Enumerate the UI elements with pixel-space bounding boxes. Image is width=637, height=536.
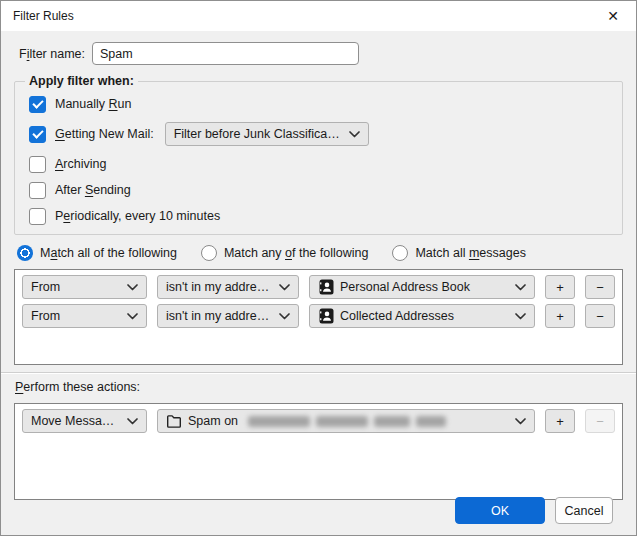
criteria-row: From isn't in my address b… Collected Ad… — [22, 304, 615, 328]
condition-dropdown[interactable]: isn't in my address b… — [157, 304, 299, 328]
chevron-down-icon — [515, 313, 526, 320]
junk-classification-value: Filter before Junk Classification — [174, 127, 343, 141]
dialog-footer: OK Cancel — [455, 497, 613, 524]
field-value: From — [31, 309, 121, 323]
address-book-icon — [318, 308, 334, 324]
action-row: Move Message to Spam on + − — [22, 409, 615, 433]
field-dropdown[interactable]: From — [22, 304, 147, 328]
perform-actions-label: Perform these actions: — [15, 380, 636, 394]
chevron-down-icon — [515, 418, 526, 425]
add-criterion-button[interactable]: + — [545, 304, 575, 328]
ok-button[interactable]: OK — [455, 497, 545, 524]
chevron-down-icon — [127, 313, 138, 320]
redacted-server-name — [248, 416, 446, 427]
getting-new-mail-label: Getting New Mail: — [55, 127, 154, 141]
section-divider — [1, 372, 636, 374]
criteria-row: From isn't in my address b… Personal Add… — [22, 275, 615, 299]
target-folder-text: Spam on — [188, 414, 238, 428]
manually-run-checkbox[interactable] — [29, 96, 46, 113]
checkbox-row-after-sending: After Sending — [29, 181, 614, 199]
field-dropdown[interactable]: From — [22, 275, 147, 299]
condition-value: isn't in my address b… — [166, 280, 273, 294]
periodically-label: Periodically, every 10 minutes — [55, 209, 220, 223]
radio-button[interactable] — [201, 245, 217, 261]
radio-match-all-following[interactable]: Match all of the following — [17, 245, 177, 261]
close-icon[interactable]: ✕ — [590, 1, 636, 31]
getting-new-mail-checkbox[interactable] — [29, 126, 46, 143]
chevron-down-icon — [279, 313, 290, 320]
manually-run-label: Manually Run — [55, 97, 131, 111]
after-sending-label: After Sending — [55, 183, 131, 197]
remove-criterion-button[interactable]: − — [585, 304, 615, 328]
archiving-label: Archiving — [55, 157, 106, 171]
checkbox-row-periodically: Periodically, every 10 minutes — [29, 207, 614, 225]
remove-action-button: − — [585, 409, 615, 433]
match-mode-row: Match all of the following Match any of … — [17, 245, 622, 261]
apply-filter-when-group: Apply filter when: Manually Run Getting … — [14, 74, 623, 235]
filter-rules-dialog: Filter Rules ✕ Filter name: Apply filter… — [0, 0, 637, 536]
junk-classification-dropdown[interactable]: Filter before Junk Classification — [165, 122, 369, 146]
chevron-down-icon — [279, 284, 290, 291]
cancel-button[interactable]: Cancel — [555, 497, 613, 524]
radio-button[interactable] — [17, 245, 33, 261]
checkbox-row-manually-run: Manually Run — [29, 95, 614, 113]
chevron-down-icon — [127, 284, 138, 291]
target-folder-dropdown[interactable]: Spam on — [157, 409, 535, 433]
radio-button[interactable] — [392, 245, 408, 261]
field-value: From — [31, 280, 121, 294]
value-text: Personal Address Book — [340, 280, 509, 294]
filter-name-label: Filter name: — [19, 47, 85, 61]
window-title: Filter Rules — [1, 9, 590, 23]
chevron-down-icon — [127, 418, 138, 425]
value-dropdown[interactable]: Personal Address Book — [309, 275, 535, 299]
condition-value: isn't in my address b… — [166, 309, 273, 323]
value-text: Collected Addresses — [340, 309, 509, 323]
folder-icon — [166, 413, 182, 429]
archiving-checkbox[interactable] — [29, 156, 46, 173]
titlebar: Filter Rules ✕ — [1, 1, 636, 31]
radio-match-any-following[interactable]: Match any of the following — [201, 245, 369, 261]
address-book-icon — [318, 279, 334, 295]
after-sending-checkbox[interactable] — [29, 182, 46, 199]
apply-filter-when-legend: Apply filter when: — [25, 74, 138, 88]
search-criteria-list: From isn't in my address b… Personal Add… — [14, 269, 623, 365]
remove-criterion-button[interactable]: − — [585, 275, 615, 299]
condition-dropdown[interactable]: isn't in my address b… — [157, 275, 299, 299]
add-criterion-button[interactable]: + — [545, 275, 575, 299]
action-value: Move Message to — [31, 414, 121, 428]
chevron-down-icon — [515, 284, 526, 291]
periodically-checkbox[interactable] — [29, 208, 46, 225]
radio-match-all-messages[interactable]: Match all messages — [392, 245, 525, 261]
filter-actions-list: Move Message to Spam on + − — [14, 403, 623, 500]
checkbox-row-getting-new-mail: Getting New Mail: Filter before Junk Cla… — [29, 121, 614, 147]
checkbox-row-archiving: Archiving — [29, 155, 614, 173]
filter-name-row: Filter name: — [19, 42, 622, 65]
action-dropdown[interactable]: Move Message to — [22, 409, 147, 433]
add-action-button[interactable]: + — [545, 409, 575, 433]
value-dropdown[interactable]: Collected Addresses — [309, 304, 535, 328]
chevron-down-icon — [349, 131, 360, 138]
radio-label: Match any of the following — [224, 246, 369, 260]
radio-label: Match all of the following — [40, 246, 177, 260]
radio-label: Match all messages — [415, 246, 525, 260]
filter-name-input[interactable] — [92, 42, 359, 65]
